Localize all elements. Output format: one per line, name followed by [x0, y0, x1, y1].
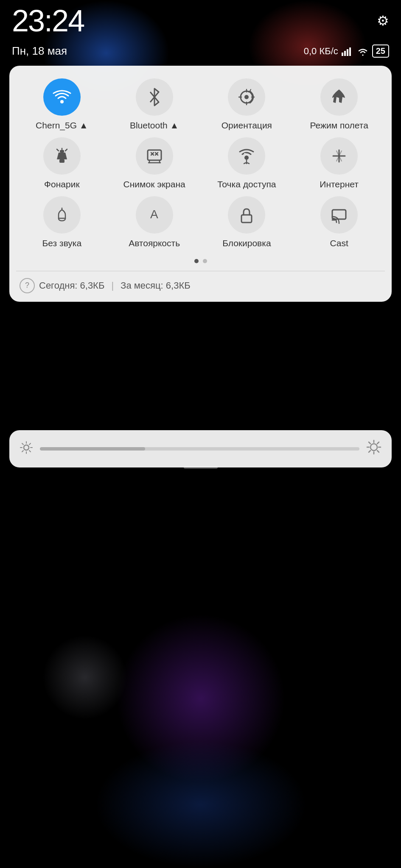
- hotspot-icon: [237, 147, 256, 165]
- status-right: ⚙: [377, 13, 389, 29]
- orientation-label: Ориентация: [222, 120, 272, 131]
- svg-rect-13: [148, 150, 161, 160]
- svg-marker-8: [57, 153, 67, 159]
- brightness-panel[interactable]: [9, 430, 392, 467]
- bluetooth-icon-circle: [136, 78, 173, 116]
- svg-rect-0: [342, 53, 343, 56]
- screenshot-label: Снимок экрана: [123, 179, 185, 189]
- svg-rect-9: [59, 159, 64, 163]
- qs-divider: [16, 271, 385, 271]
- cast-icon-circle: [320, 196, 358, 234]
- airplane-icon: [330, 88, 348, 106]
- autobrightness-icon-circle: A: [136, 196, 173, 234]
- settings-icon[interactable]: ⚙: [377, 13, 389, 29]
- orientation-icon-circle: [228, 78, 265, 116]
- battery-badge: 25: [372, 45, 389, 58]
- lock-icon-circle: [228, 196, 265, 234]
- flashlight-icon: [53, 147, 71, 165]
- lock-icon: [237, 206, 256, 224]
- qs-item-internet[interactable]: Интернет: [295, 137, 383, 189]
- month-usage: За месяц: 6,3КБ: [121, 280, 191, 291]
- qs-item-bluetooth[interactable]: Bluetooth ▲: [110, 78, 199, 131]
- drag-handle[interactable]: [184, 466, 218, 469]
- svg-line-36: [22, 443, 23, 445]
- hotspot-icon-circle: [228, 137, 265, 175]
- svg-line-12: [57, 149, 59, 151]
- svg-line-11: [65, 149, 67, 151]
- qs-item-cast[interactable]: Cast: [295, 196, 383, 248]
- brightness-track[interactable]: [40, 447, 359, 451]
- date-label: Пн, 18 мая: [12, 45, 67, 58]
- svg-rect-1: [344, 51, 346, 56]
- network-speed: 0,0 КБ/с: [304, 46, 338, 57]
- qs-item-wifi[interactable]: Chern_5G ▲: [18, 78, 106, 131]
- brightness-fill: [40, 447, 145, 451]
- svg-line-47: [377, 442, 379, 444]
- brightness-high-icon: [366, 440, 381, 458]
- screenshot-icon: [145, 147, 164, 165]
- internet-icon-circle: [320, 137, 358, 175]
- autobrightness-label: Автояркость: [129, 238, 180, 248]
- qs-item-flashlight[interactable]: Фонарик: [18, 137, 106, 189]
- qs-item-silent[interactable]: Без звука: [18, 196, 106, 248]
- svg-line-37: [29, 451, 31, 452]
- usage-icon: ?: [20, 278, 35, 293]
- internet-label: Интернет: [320, 179, 359, 189]
- qs-item-orientation[interactable]: Ориентация: [203, 78, 291, 131]
- svg-line-38: [29, 443, 31, 445]
- svg-rect-29: [332, 210, 346, 219]
- wallpaper: 23:24 ⚙ Пн, 18 мая 0,0 КБ/с 25: [0, 0, 401, 868]
- svg-point-31: [24, 445, 29, 450]
- airplane-label: Режим полета: [310, 120, 368, 131]
- wifi-icon: [53, 89, 71, 105]
- internet-icon: [330, 147, 348, 165]
- svg-text:A: A: [150, 208, 158, 221]
- silent-icon: [53, 206, 71, 224]
- qs-item-screenshot[interactable]: Снимок экрана: [110, 137, 199, 189]
- svg-line-48: [369, 451, 370, 452]
- svg-rect-2: [347, 49, 348, 56]
- quick-settings-panel: Chern_5G ▲ Bluetooth ▲: [9, 66, 392, 302]
- airplane-icon-circle: [320, 78, 358, 116]
- status-bar: 23:24 ⚙: [0, 0, 401, 34]
- dot-2[interactable]: [203, 259, 207, 263]
- svg-line-46: [377, 451, 379, 452]
- qs-item-autobrightness[interactable]: A Автояркость: [110, 196, 199, 248]
- clock: 23:24: [12, 6, 84, 36]
- lock-label: Блокировка: [222, 238, 271, 248]
- svg-point-21: [244, 156, 249, 160]
- qs-grid: Chern_5G ▲ Bluetooth ▲: [18, 78, 383, 249]
- screenshot-icon-circle: [136, 137, 173, 175]
- flashlight-label: Фонарик: [44, 179, 80, 189]
- status-indicators: 0,0 КБ/с 25: [304, 45, 389, 58]
- bluetooth-icon: [148, 88, 161, 106]
- today-usage: Сегодня: 6,3КБ: [39, 280, 104, 291]
- brightness-low-icon: [20, 441, 33, 457]
- cast-label: Cast: [330, 238, 348, 248]
- qs-item-airplane[interactable]: Режим полета: [295, 78, 383, 131]
- svg-line-39: [22, 451, 23, 452]
- flashlight-icon-circle: [43, 137, 81, 175]
- svg-point-40: [370, 444, 377, 451]
- qs-item-lock[interactable]: Блокировка: [203, 196, 291, 248]
- svg-rect-28: [241, 215, 252, 223]
- orientation-icon: [237, 88, 256, 106]
- autobrightness-icon: A: [145, 206, 164, 224]
- data-usage: ? Сегодня: 6,3КБ | За месяц: 6,3КБ: [18, 278, 383, 293]
- wifi-icon-circle: [43, 78, 81, 116]
- svg-rect-3: [349, 47, 351, 56]
- signal-icon: [342, 47, 353, 56]
- pagination-dots: [18, 259, 383, 263]
- wifi-label: Chern_5G ▲: [36, 120, 88, 131]
- cast-icon: [330, 206, 348, 224]
- svg-point-4: [60, 100, 64, 103]
- hotspot-label: Точка доступа: [217, 179, 276, 189]
- bluetooth-label: Bluetooth ▲: [130, 120, 179, 131]
- usage-separator: |: [111, 280, 114, 291]
- svg-line-45: [369, 442, 370, 444]
- silent-label: Без звука: [42, 238, 82, 248]
- dot-1[interactable]: [194, 259, 199, 263]
- date-bar: Пн, 18 мая 0,0 КБ/с 25: [0, 45, 401, 58]
- qs-item-hotspot[interactable]: Точка доступа: [203, 137, 291, 189]
- wifi-status-icon: [357, 47, 369, 56]
